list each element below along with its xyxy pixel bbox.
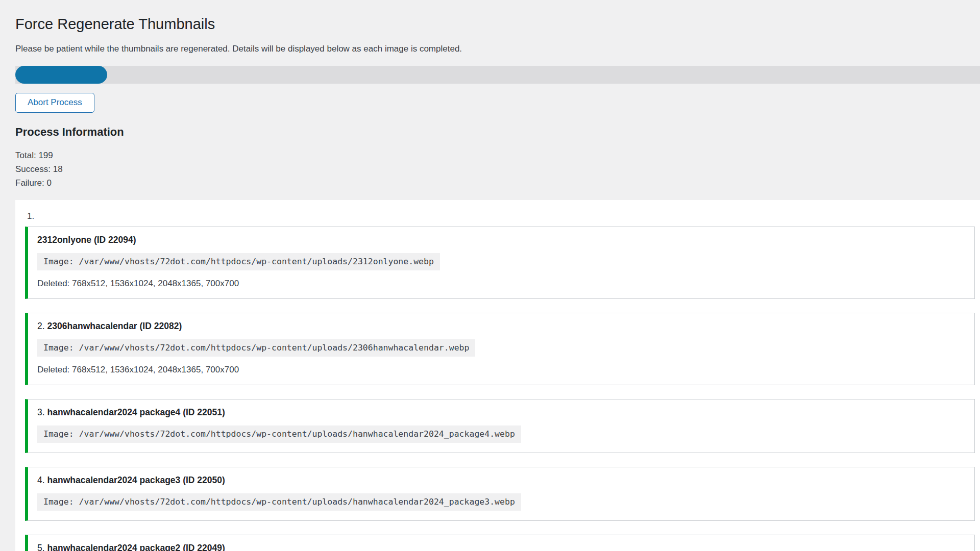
item-title-row: 3.hanwhacalendar2024 package4 (ID 22051) xyxy=(37,407,964,418)
item-title-row: 5.hanwhacalendar2024 package2 (ID 22049) xyxy=(37,543,964,551)
image-path-code: Image: /var/www/vhosts/72dot.com/httpdoc… xyxy=(37,339,475,357)
result-item-1: 2312onlyone (ID 22094) Image: /var/www/v… xyxy=(25,227,975,299)
result-item-5: 5.hanwhacalendar2024 package2 (ID 22049) xyxy=(25,535,975,551)
item-title: 2306hanwhacalendar (ID 22082) xyxy=(47,321,182,331)
item-number: 3. xyxy=(37,407,45,417)
image-path-code: Image: /var/www/vhosts/72dot.com/httpdoc… xyxy=(37,253,440,270)
process-stats: Total: 199 Success: 18 Failure: 0 xyxy=(15,148,980,190)
item-title-row: 2312onlyone (ID 22094) xyxy=(37,235,964,245)
results-panel: 1. 2312onlyone (ID 22094) Image: /var/ww… xyxy=(15,200,980,551)
item-title: hanwhacalendar2024 package3 (ID 22050) xyxy=(47,475,225,485)
result-item-4: 4.hanwhacalendar2024 package3 (ID 22050)… xyxy=(25,467,975,521)
deleted-sizes: Deleted: 768x512, 1536x1024, 2048x1365, … xyxy=(37,278,964,289)
stat-failure: Failure: 0 xyxy=(15,176,980,190)
list-marker-1: 1. xyxy=(27,211,975,221)
item-number: 4. xyxy=(37,475,45,485)
item-title: hanwhacalendar2024 package4 (ID 22051) xyxy=(47,407,225,417)
image-path-code: Image: /var/www/vhosts/72dot.com/httpdoc… xyxy=(37,425,521,443)
item-title-row: 4.hanwhacalendar2024 package3 (ID 22050) xyxy=(37,475,964,486)
item-number: 2. xyxy=(37,321,45,331)
stat-total: Total: 199 xyxy=(15,148,980,162)
patience-description: Please be patient while the thumbnails a… xyxy=(15,43,965,55)
result-item-2: 2.2306hanwhacalendar (ID 22082) Image: /… xyxy=(25,313,975,385)
progress-fill xyxy=(15,66,107,84)
process-information-heading: Process Information xyxy=(15,126,980,138)
stat-success: Success: 18 xyxy=(15,162,980,176)
progress-bar xyxy=(15,66,980,84)
abort-process-button[interactable]: Abort Process xyxy=(15,93,94,113)
item-title-row: 2.2306hanwhacalendar (ID 22082) xyxy=(37,321,964,332)
image-path-code: Image: /var/www/vhosts/72dot.com/httpdoc… xyxy=(37,493,521,511)
item-title: hanwhacalendar2024 package2 (ID 22049) xyxy=(47,543,225,551)
item-number: 5. xyxy=(37,543,45,551)
result-item-3: 3.hanwhacalendar2024 package4 (ID 22051)… xyxy=(25,399,975,453)
deleted-sizes: Deleted: 768x512, 1536x1024, 2048x1365, … xyxy=(37,364,964,375)
page-title: Force Regenerate Thumbnails xyxy=(15,16,980,33)
item-title: 2312onlyone (ID 22094) xyxy=(37,235,136,245)
